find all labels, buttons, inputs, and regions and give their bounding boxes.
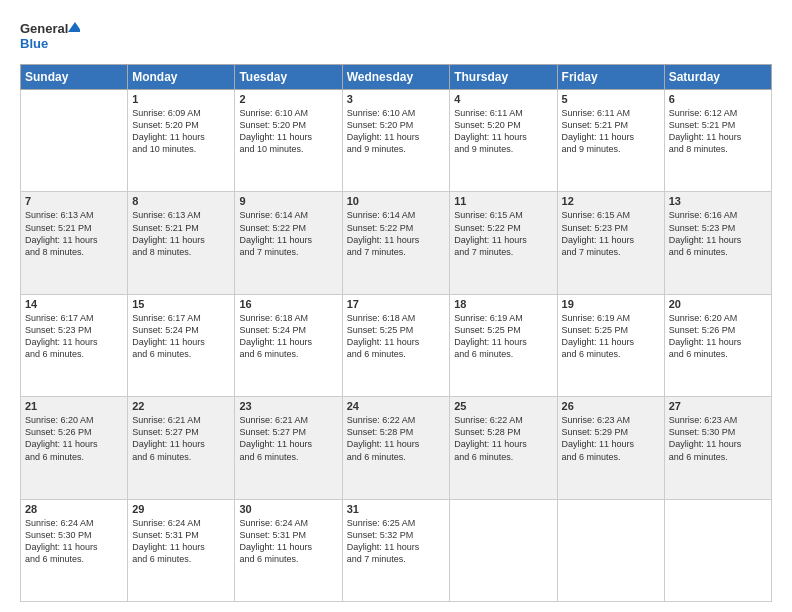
day-info: Sunrise: 6:11 AMSunset: 5:20 PMDaylight:… [454, 107, 552, 156]
day-number: 26 [562, 400, 660, 412]
calendar-cell: 17Sunrise: 6:18 AMSunset: 5:25 PMDayligh… [342, 294, 450, 396]
day-number: 19 [562, 298, 660, 310]
col-header-saturday: Saturday [664, 65, 771, 90]
calendar-cell: 30Sunrise: 6:24 AMSunset: 5:31 PMDayligh… [235, 499, 342, 601]
day-number: 28 [25, 503, 123, 515]
calendar-cell: 19Sunrise: 6:19 AMSunset: 5:25 PMDayligh… [557, 294, 664, 396]
calendar-cell: 16Sunrise: 6:18 AMSunset: 5:24 PMDayligh… [235, 294, 342, 396]
day-info: Sunrise: 6:21 AMSunset: 5:27 PMDaylight:… [132, 414, 230, 463]
day-info: Sunrise: 6:14 AMSunset: 5:22 PMDaylight:… [239, 209, 337, 258]
day-number: 1 [132, 93, 230, 105]
calendar-cell: 14Sunrise: 6:17 AMSunset: 5:23 PMDayligh… [21, 294, 128, 396]
calendar-week-row: 14Sunrise: 6:17 AMSunset: 5:23 PMDayligh… [21, 294, 772, 396]
day-number: 22 [132, 400, 230, 412]
calendar-cell: 22Sunrise: 6:21 AMSunset: 5:27 PMDayligh… [128, 397, 235, 499]
day-number: 23 [239, 400, 337, 412]
day-number: 4 [454, 93, 552, 105]
calendar-week-row: 7Sunrise: 6:13 AMSunset: 5:21 PMDaylight… [21, 192, 772, 294]
day-number: 5 [562, 93, 660, 105]
day-info: Sunrise: 6:15 AMSunset: 5:22 PMDaylight:… [454, 209, 552, 258]
day-number: 21 [25, 400, 123, 412]
calendar-cell: 11Sunrise: 6:15 AMSunset: 5:22 PMDayligh… [450, 192, 557, 294]
day-info: Sunrise: 6:23 AMSunset: 5:30 PMDaylight:… [669, 414, 767, 463]
calendar-cell [21, 90, 128, 192]
day-number: 27 [669, 400, 767, 412]
header: General Blue [20, 18, 772, 54]
calendar-cell: 2Sunrise: 6:10 AMSunset: 5:20 PMDaylight… [235, 90, 342, 192]
calendar-cell [450, 499, 557, 601]
calendar-cell: 25Sunrise: 6:22 AMSunset: 5:28 PMDayligh… [450, 397, 557, 499]
calendar-table: SundayMondayTuesdayWednesdayThursdayFrid… [20, 64, 772, 602]
day-info: Sunrise: 6:12 AMSunset: 5:21 PMDaylight:… [669, 107, 767, 156]
col-header-wednesday: Wednesday [342, 65, 450, 90]
day-info: Sunrise: 6:18 AMSunset: 5:25 PMDaylight:… [347, 312, 446, 361]
day-number: 6 [669, 93, 767, 105]
calendar-cell: 12Sunrise: 6:15 AMSunset: 5:23 PMDayligh… [557, 192, 664, 294]
calendar-cell: 23Sunrise: 6:21 AMSunset: 5:27 PMDayligh… [235, 397, 342, 499]
day-number: 20 [669, 298, 767, 310]
day-info: Sunrise: 6:25 AMSunset: 5:32 PMDaylight:… [347, 517, 446, 566]
svg-text:Blue: Blue [20, 36, 48, 51]
calendar-cell: 7Sunrise: 6:13 AMSunset: 5:21 PMDaylight… [21, 192, 128, 294]
calendar-cell: 1Sunrise: 6:09 AMSunset: 5:20 PMDaylight… [128, 90, 235, 192]
day-number: 3 [347, 93, 446, 105]
day-info: Sunrise: 6:10 AMSunset: 5:20 PMDaylight:… [347, 107, 446, 156]
calendar-cell: 20Sunrise: 6:20 AMSunset: 5:26 PMDayligh… [664, 294, 771, 396]
calendar-cell: 29Sunrise: 6:24 AMSunset: 5:31 PMDayligh… [128, 499, 235, 601]
day-number: 15 [132, 298, 230, 310]
day-info: Sunrise: 6:14 AMSunset: 5:22 PMDaylight:… [347, 209, 446, 258]
day-number: 29 [132, 503, 230, 515]
calendar-week-row: 1Sunrise: 6:09 AMSunset: 5:20 PMDaylight… [21, 90, 772, 192]
calendar-cell: 13Sunrise: 6:16 AMSunset: 5:23 PMDayligh… [664, 192, 771, 294]
day-number: 12 [562, 195, 660, 207]
day-number: 13 [669, 195, 767, 207]
svg-text:General: General [20, 21, 68, 36]
day-info: Sunrise: 6:18 AMSunset: 5:24 PMDaylight:… [239, 312, 337, 361]
day-info: Sunrise: 6:24 AMSunset: 5:31 PMDaylight:… [239, 517, 337, 566]
day-info: Sunrise: 6:13 AMSunset: 5:21 PMDaylight:… [132, 209, 230, 258]
calendar-cell: 9Sunrise: 6:14 AMSunset: 5:22 PMDaylight… [235, 192, 342, 294]
day-info: Sunrise: 6:22 AMSunset: 5:28 PMDaylight:… [347, 414, 446, 463]
day-info: Sunrise: 6:09 AMSunset: 5:20 PMDaylight:… [132, 107, 230, 156]
day-info: Sunrise: 6:20 AMSunset: 5:26 PMDaylight:… [669, 312, 767, 361]
calendar-cell [557, 499, 664, 601]
calendar-cell: 4Sunrise: 6:11 AMSunset: 5:20 PMDaylight… [450, 90, 557, 192]
day-number: 16 [239, 298, 337, 310]
logo-svg: General Blue [20, 18, 80, 54]
day-number: 30 [239, 503, 337, 515]
calendar-cell: 3Sunrise: 6:10 AMSunset: 5:20 PMDaylight… [342, 90, 450, 192]
col-header-friday: Friday [557, 65, 664, 90]
calendar-cell: 10Sunrise: 6:14 AMSunset: 5:22 PMDayligh… [342, 192, 450, 294]
day-number: 7 [25, 195, 123, 207]
calendar-week-row: 28Sunrise: 6:24 AMSunset: 5:30 PMDayligh… [21, 499, 772, 601]
day-info: Sunrise: 6:20 AMSunset: 5:26 PMDaylight:… [25, 414, 123, 463]
day-info: Sunrise: 6:17 AMSunset: 5:23 PMDaylight:… [25, 312, 123, 361]
day-number: 25 [454, 400, 552, 412]
logo: General Blue [20, 18, 80, 54]
day-info: Sunrise: 6:16 AMSunset: 5:23 PMDaylight:… [669, 209, 767, 258]
day-info: Sunrise: 6:23 AMSunset: 5:29 PMDaylight:… [562, 414, 660, 463]
day-number: 2 [239, 93, 337, 105]
day-info: Sunrise: 6:21 AMSunset: 5:27 PMDaylight:… [239, 414, 337, 463]
day-number: 18 [454, 298, 552, 310]
day-info: Sunrise: 6:19 AMSunset: 5:25 PMDaylight:… [454, 312, 552, 361]
calendar-cell [664, 499, 771, 601]
calendar-cell: 8Sunrise: 6:13 AMSunset: 5:21 PMDaylight… [128, 192, 235, 294]
day-info: Sunrise: 6:24 AMSunset: 5:30 PMDaylight:… [25, 517, 123, 566]
calendar-header-row: SundayMondayTuesdayWednesdayThursdayFrid… [21, 65, 772, 90]
day-info: Sunrise: 6:17 AMSunset: 5:24 PMDaylight:… [132, 312, 230, 361]
col-header-thursday: Thursday [450, 65, 557, 90]
day-number: 8 [132, 195, 230, 207]
calendar-cell: 18Sunrise: 6:19 AMSunset: 5:25 PMDayligh… [450, 294, 557, 396]
calendar-cell: 31Sunrise: 6:25 AMSunset: 5:32 PMDayligh… [342, 499, 450, 601]
calendar-cell: 28Sunrise: 6:24 AMSunset: 5:30 PMDayligh… [21, 499, 128, 601]
day-number: 24 [347, 400, 446, 412]
calendar-cell: 6Sunrise: 6:12 AMSunset: 5:21 PMDaylight… [664, 90, 771, 192]
day-info: Sunrise: 6:24 AMSunset: 5:31 PMDaylight:… [132, 517, 230, 566]
col-header-sunday: Sunday [21, 65, 128, 90]
day-number: 17 [347, 298, 446, 310]
day-number: 11 [454, 195, 552, 207]
day-info: Sunrise: 6:13 AMSunset: 5:21 PMDaylight:… [25, 209, 123, 258]
calendar-cell: 26Sunrise: 6:23 AMSunset: 5:29 PMDayligh… [557, 397, 664, 499]
day-info: Sunrise: 6:19 AMSunset: 5:25 PMDaylight:… [562, 312, 660, 361]
